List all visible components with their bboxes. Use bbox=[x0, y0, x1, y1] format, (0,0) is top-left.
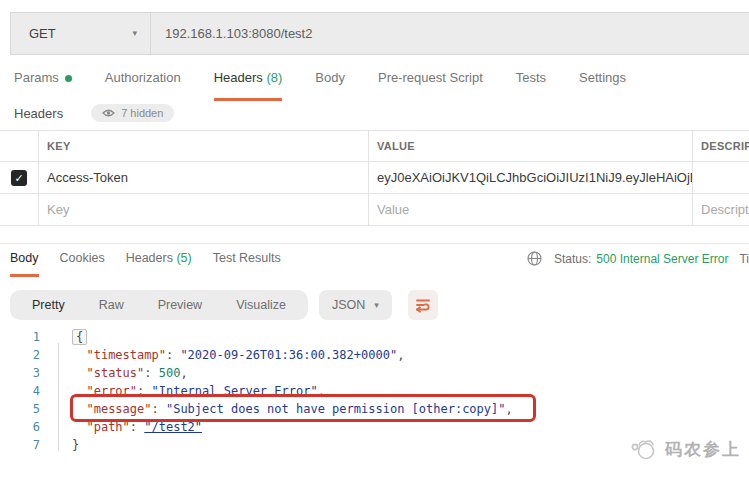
response-body-viewer[interactable]: 1{2 "timestamp": "2020-09-26T01:36:00.38… bbox=[0, 328, 749, 454]
tab-authorization-label: Authorization bbox=[105, 70, 181, 85]
view-tab-raw[interactable]: Raw bbox=[82, 290, 141, 320]
view-tab-pretty[interactable]: Pretty bbox=[15, 290, 82, 320]
headers-section-bar: Headers 7 hidden bbox=[14, 104, 174, 122]
time-label: Time: bbox=[739, 252, 749, 266]
code-line: 1{ bbox=[0, 328, 749, 346]
tab-body[interactable]: Body bbox=[315, 70, 345, 98]
key-placeholder-input[interactable]: Key bbox=[38, 194, 368, 225]
url-input[interactable]: 192.168.1.103:8080/test2 bbox=[151, 13, 749, 54]
method-value: GET bbox=[29, 26, 56, 41]
hidden-headers-label: 7 hidden bbox=[121, 107, 163, 119]
response-tab-headers-badge: (5) bbox=[176, 251, 191, 265]
header-value-cell[interactable]: eyJ0eXAiOiJKV1QiLCJhbGciOiJIUzI1NiJ9.eyJ… bbox=[368, 162, 692, 193]
chevron-down-icon: ▾ bbox=[132, 29, 137, 38]
code-line: 3 "status": 500, bbox=[0, 364, 749, 382]
response-tab-cookies[interactable]: Cookies bbox=[60, 251, 105, 277]
column-header-description: DESCRIPTION bbox=[692, 131, 749, 161]
response-toolbar: Pretty Raw Preview Visualize JSON ▾ bbox=[10, 290, 438, 320]
tab-settings-label: Settings bbox=[579, 70, 626, 85]
line-number: 6 bbox=[0, 418, 40, 436]
code-line: 6 "path": "/test2" bbox=[0, 418, 749, 436]
table-placeholder-row: Key Value Description bbox=[0, 194, 749, 226]
response-tab-test-results[interactable]: Test Results bbox=[213, 251, 281, 277]
description-placeholder-input[interactable]: Description bbox=[692, 194, 749, 225]
fold-guide-line bbox=[58, 343, 59, 451]
line-number: 2 bbox=[0, 346, 40, 364]
response-tab-body[interactable]: Body bbox=[10, 251, 39, 277]
section-divider bbox=[0, 243, 749, 244]
params-active-dot-icon bbox=[65, 75, 72, 82]
code-line: 4 "error": "Internal Server Error", bbox=[0, 382, 749, 400]
tab-settings[interactable]: Settings bbox=[579, 70, 626, 98]
line-number: 1 bbox=[0, 328, 40, 346]
watermark-mascot-icon bbox=[628, 437, 658, 462]
code-lines: 1{2 "timestamp": "2020-09-26T01:36:00.38… bbox=[0, 328, 749, 454]
line-number: 4 bbox=[0, 382, 40, 400]
header-key-cell[interactable]: Access-Token bbox=[38, 162, 368, 193]
view-tab-preview[interactable]: Preview bbox=[141, 290, 219, 320]
response-format-value: JSON bbox=[332, 298, 365, 312]
tab-headers-badge: (8) bbox=[266, 70, 282, 85]
header-description-cell[interactable] bbox=[692, 162, 749, 193]
headers-section-title: Headers bbox=[14, 106, 63, 121]
table-header-row: KEY VALUE DESCRIPTION bbox=[0, 131, 749, 162]
response-format-select[interactable]: JSON ▾ bbox=[319, 290, 392, 320]
line-number: 5 bbox=[0, 400, 40, 418]
globe-icon bbox=[527, 251, 542, 266]
table-row: ✓ Access-Token eyJ0eXAiOiJKV1QiLCJhbGciO… bbox=[0, 162, 749, 194]
watermark: 码农参上 bbox=[628, 437, 741, 462]
watermark-text: 码农参上 bbox=[665, 438, 741, 461]
tab-tests[interactable]: Tests bbox=[516, 70, 546, 98]
status-value[interactable]: 500 Internal Server Error bbox=[596, 252, 728, 266]
wrap-text-icon bbox=[415, 297, 431, 313]
code-line: 5 "message": "Subject does not have perm… bbox=[0, 400, 749, 418]
tab-params[interactable]: Params bbox=[14, 70, 72, 98]
view-tab-visualize[interactable]: Visualize bbox=[219, 290, 303, 320]
tab-tests-label: Tests bbox=[516, 70, 546, 85]
status-label: Status: bbox=[554, 252, 591, 266]
line-number: 7 bbox=[0, 436, 40, 454]
tab-pre-request-script[interactable]: Pre-request Script bbox=[378, 70, 483, 98]
response-tab-headers[interactable]: Headers (5) bbox=[126, 251, 192, 277]
header-row-checkbox[interactable]: ✓ bbox=[11, 170, 27, 186]
chevron-down-icon: ▾ bbox=[374, 301, 379, 310]
headers-table: KEY VALUE DESCRIPTION ✓ Access-Token eyJ… bbox=[0, 130, 749, 226]
view-mode-switcher: Pretty Raw Preview Visualize bbox=[10, 290, 308, 320]
tab-body-label: Body bbox=[315, 70, 345, 85]
placeholder-checkbox-cell bbox=[0, 194, 38, 225]
select-all-cell bbox=[0, 131, 38, 161]
hidden-headers-toggle[interactable]: 7 hidden bbox=[91, 104, 174, 122]
response-tab-headers-label: Headers bbox=[126, 251, 173, 265]
tab-headers-label: Headers bbox=[214, 70, 263, 85]
response-status-bar: Status: 500 Internal Server Error Time: bbox=[527, 251, 749, 266]
tab-pre-request-script-label: Pre-request Script bbox=[378, 70, 483, 85]
method-select[interactable]: GET ▾ bbox=[11, 13, 151, 54]
column-header-value: VALUE bbox=[368, 131, 692, 161]
tab-authorization[interactable]: Authorization bbox=[105, 70, 181, 98]
column-header-key: KEY bbox=[38, 131, 368, 161]
request-tabs: Params Authorization Headers (8) Body Pr… bbox=[14, 70, 659, 101]
eye-icon bbox=[102, 108, 115, 118]
wrap-text-button[interactable] bbox=[408, 290, 438, 320]
tab-params-label: Params bbox=[14, 70, 59, 85]
response-tabs: Body Cookies Headers (5) Test Results bbox=[10, 251, 302, 277]
code-line: 2 "timestamp": "2020-09-26T01:36:00.382+… bbox=[0, 346, 749, 364]
tab-headers[interactable]: Headers (8) bbox=[214, 70, 283, 101]
line-number: 3 bbox=[0, 364, 40, 382]
request-url-bar: GET ▾ 192.168.1.103:8080/test2 bbox=[10, 12, 749, 55]
value-placeholder-input[interactable]: Value bbox=[368, 194, 692, 225]
